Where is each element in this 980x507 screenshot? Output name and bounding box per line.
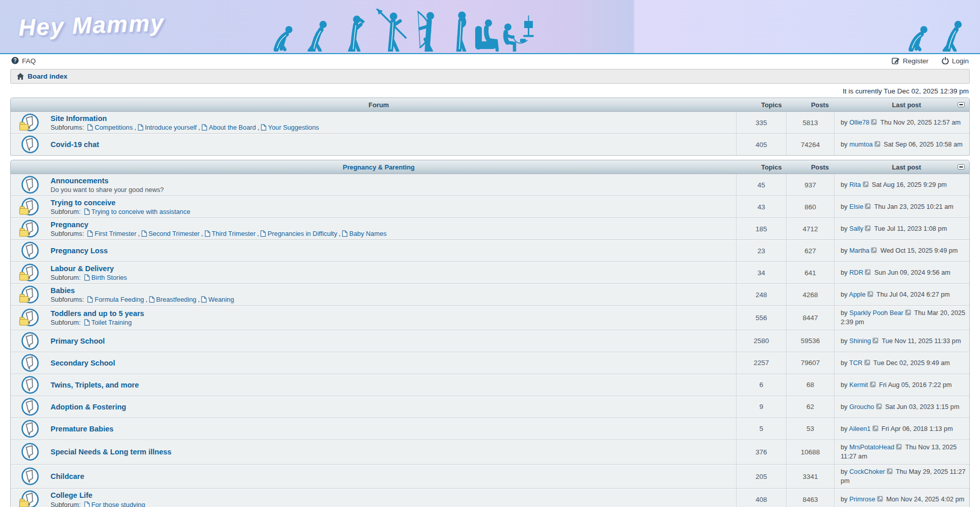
register-link[interactable]: Register xyxy=(892,57,928,66)
lastpost-username-link[interactable]: Sally xyxy=(849,225,864,232)
forum-title-link[interactable]: College Life xyxy=(51,491,92,500)
collapse-section-button[interactable] xyxy=(958,164,965,170)
lastpost-username-link[interactable]: Kermit xyxy=(849,381,868,389)
forum-title-link[interactable]: Site Information xyxy=(51,114,107,123)
lastpost-username-link[interactable]: Shining xyxy=(849,337,871,345)
lastpost-username-link[interactable]: Martha xyxy=(849,247,870,254)
site-logo: Hey Mammy xyxy=(18,9,165,41)
lastpost-username-link[interactable]: Ollie78 xyxy=(849,119,870,126)
subforum-link[interactable]: Baby Names xyxy=(342,230,386,237)
subforum-link[interactable]: Weaning xyxy=(201,296,234,303)
lastpost-username-link[interactable]: MrsPotatoHead xyxy=(849,444,894,451)
lastpost-username-link[interactable]: Apple xyxy=(849,291,865,298)
forum-title-link[interactable]: Special Needs & Long term illness xyxy=(51,447,172,456)
faq-label: FAQ xyxy=(22,57,36,65)
forum-title-link[interactable]: Babies xyxy=(51,286,75,295)
lastpost-by-label: by xyxy=(841,359,847,367)
view-latest-post-icon[interactable] xyxy=(865,225,871,231)
lastpost-username-link[interactable]: Groucho xyxy=(849,403,874,411)
view-latest-post-icon[interactable] xyxy=(896,444,902,450)
subforum-link[interactable]: For those studying xyxy=(84,501,145,507)
forum-title-link[interactable]: Labour & Delivery xyxy=(51,264,114,273)
view-latest-post-icon[interactable] xyxy=(876,403,882,409)
subforum-link[interactable]: Formula Feeding xyxy=(87,296,144,303)
lastpost-username-link[interactable]: mumtoa xyxy=(849,141,873,148)
view-latest-post-icon[interactable] xyxy=(877,496,883,502)
forum-text: Trying to conceiveSubforum:Trying to con… xyxy=(51,198,190,215)
forum-bubble-folder-icon xyxy=(18,490,41,507)
subforum-link[interactable]: Third Trimester xyxy=(205,230,256,237)
view-latest-post-icon[interactable] xyxy=(870,381,876,388)
forum-title-link[interactable]: Announcements xyxy=(51,176,109,185)
lastpost-by-label: by xyxy=(841,269,847,276)
lastpost-username-link[interactable]: Primrose xyxy=(849,496,875,503)
posts-count: 53 xyxy=(786,418,834,440)
lastpost-date: Thu Jan 23, 2025 10:21 am xyxy=(874,203,953,210)
category-title-link[interactable]: Pregnancy & Parenting xyxy=(343,163,415,171)
view-latest-post-icon[interactable] xyxy=(872,425,878,431)
login-link[interactable]: Login xyxy=(942,57,969,66)
view-latest-post-icon[interactable] xyxy=(887,468,893,474)
lastpost-username-link[interactable]: Aileen1 xyxy=(849,425,870,432)
lastpost-cell: by Rita Sat Aug 16, 2025 9:29 pm xyxy=(834,174,969,196)
view-latest-post-icon[interactable] xyxy=(865,203,871,209)
topics-count: 9 xyxy=(736,396,786,418)
view-latest-post-icon[interactable] xyxy=(905,309,911,316)
lastpost-username-link[interactable]: TCR xyxy=(849,359,863,367)
page-icon xyxy=(201,296,207,303)
view-latest-post-icon[interactable] xyxy=(872,337,878,344)
subforum-link[interactable]: About the Board xyxy=(202,124,256,131)
subforum-link[interactable]: Toilet Training xyxy=(84,319,132,326)
forum-title-link[interactable]: Adoption & Fostering xyxy=(51,402,126,412)
lastpost-info: by Sparkly Pooh Bear Thu Mar 20, 2025 2:… xyxy=(841,308,966,327)
subforum-link[interactable]: Birth Stories xyxy=(84,274,127,281)
view-latest-post-icon[interactable] xyxy=(871,119,877,125)
lastpost-info: by Shining Tue Nov 11, 2025 11:33 pm xyxy=(841,336,961,346)
subforum-link[interactable]: Competitions xyxy=(87,124,133,131)
board-index-link[interactable]: Board index xyxy=(28,73,67,80)
subforum-link[interactable]: First Trimester xyxy=(87,230,136,237)
lastpost-cell: by mumtoa Sat Sep 06, 2025 10:58 am xyxy=(834,134,969,155)
subforum-link[interactable]: Breastfeeding xyxy=(149,296,197,303)
lastpost-username-link[interactable]: Sparkly Pooh Bear xyxy=(849,309,903,317)
forum-text: Secondary School xyxy=(51,358,115,368)
topics-count: 2257 xyxy=(736,352,786,374)
lastpost-cell: by Elsie Thu Jan 23, 2025 10:21 am xyxy=(834,196,969,218)
lastpost-date: Tue Nov 11, 2025 11:33 pm xyxy=(882,337,961,345)
forum-title-link[interactable]: Twins, Triplets, and more xyxy=(51,380,139,390)
posts-count: 10688 xyxy=(786,440,834,464)
lastpost-info: by Sally Tue Jul 11, 2023 1:08 pm xyxy=(841,224,947,233)
lastpost-username-link[interactable]: Elsie xyxy=(849,203,864,210)
lastpost-username-link[interactable]: CockChoker xyxy=(849,468,885,475)
view-latest-post-icon[interactable] xyxy=(864,359,870,366)
lastpost-info: by Aileen1 Fri Apr 06, 2018 1:13 pm xyxy=(841,424,953,433)
faq-link[interactable]: ? FAQ xyxy=(11,57,36,66)
subforum-link[interactable]: Pregnancies in Difficulty xyxy=(260,230,337,237)
forum-title-link[interactable]: Trying to conceive xyxy=(51,198,115,207)
forum-title-link[interactable]: Primary School xyxy=(51,336,105,346)
lastpost-date: Fri Aug 05, 2016 7:22 pm xyxy=(879,381,951,389)
lastpost-username-link[interactable]: Rita xyxy=(849,181,861,188)
topics-count: 556 xyxy=(736,306,786,330)
forum-title-link[interactable]: Pregnancy xyxy=(51,220,88,229)
forum-title-link[interactable]: Pregnancy Loss xyxy=(51,246,108,255)
collapse-section-button[interactable] xyxy=(958,102,965,107)
forum-title-link[interactable]: Childcare xyxy=(51,472,84,481)
forum-row: Twins, Triplets, and more668by Kermit Fr… xyxy=(11,374,969,396)
subforum-link[interactable]: Introduce yourself xyxy=(138,124,197,131)
forum-title-link[interactable]: Secondary School xyxy=(51,358,115,368)
forum-list: ForumTopicsPostsLast post Site Informati… xyxy=(10,98,970,507)
view-latest-post-icon[interactable] xyxy=(865,269,871,275)
subforum-link[interactable]: Trying to conceive with assistance xyxy=(84,208,190,215)
view-latest-post-icon[interactable] xyxy=(863,181,869,187)
posts-count: 4712 xyxy=(786,218,834,239)
view-latest-post-icon[interactable] xyxy=(867,291,873,297)
lastpost-username-link[interactable]: RDR xyxy=(849,269,864,276)
view-latest-post-icon[interactable] xyxy=(871,247,877,253)
forum-title-link[interactable]: Toddlers and up to 5 years xyxy=(51,309,144,318)
subforum-link[interactable]: Your Suggestions xyxy=(261,124,319,131)
forum-title-link[interactable]: Premature Babies xyxy=(51,424,113,433)
forum-title-link[interactable]: Covid-19 chat xyxy=(51,140,99,149)
view-latest-post-icon[interactable] xyxy=(874,141,880,147)
subforum-link[interactable]: Second Trimester xyxy=(141,230,200,237)
